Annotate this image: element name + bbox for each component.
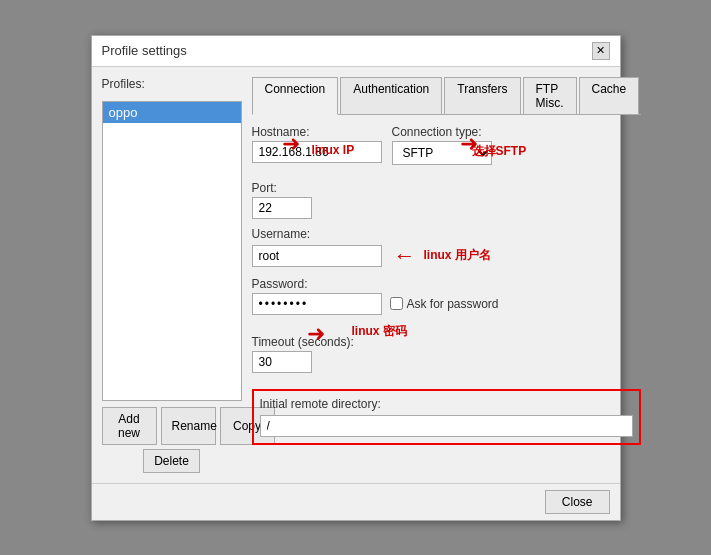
password-row: Ask for password: [252, 293, 642, 315]
username-group: Username: ← linux 用户名: [252, 227, 642, 269]
ask-password-row: Ask for password: [390, 297, 499, 311]
arrow-sftp: ➜: [460, 131, 478, 157]
profiles-label: Profiles:: [102, 77, 242, 91]
ask-password-checkbox[interactable]: [390, 297, 403, 310]
annotation-password: linux 密码: [352, 323, 407, 340]
dialog-footer: Close: [92, 483, 620, 520]
tabs: Connection Authentication Transfers FTP …: [252, 77, 642, 115]
dialog-title: Profile settings: [102, 43, 187, 58]
delete-button[interactable]: Delete: [143, 449, 200, 473]
port-group: Port:: [252, 181, 642, 219]
username-input[interactable]: [252, 245, 382, 267]
profile-item-oppo[interactable]: oppo: [103, 102, 241, 123]
annotation-username: linux 用户名: [424, 247, 491, 264]
password-label: Password:: [252, 277, 642, 291]
username-row: ← linux 用户名: [252, 243, 642, 269]
tab-authentication[interactable]: Authentication: [340, 77, 442, 114]
title-bar: Profile settings ✕: [92, 36, 620, 67]
arrow-linux-ip: ➜: [282, 131, 300, 157]
tab-connection[interactable]: Connection: [252, 77, 339, 115]
main-content: Connection Authentication Transfers FTP …: [252, 77, 642, 473]
sidebar-buttons: Add new Rename Copy Delete: [102, 407, 242, 473]
hostname-label: Hostname:: [252, 125, 382, 139]
sidebar: Profiles: oppo Add new Rename Copy Delet…: [102, 77, 242, 473]
rename-button[interactable]: Rename: [161, 407, 216, 445]
close-icon[interactable]: ✕: [592, 42, 610, 60]
port-label: Port:: [252, 181, 642, 195]
profile-settings-dialog: Profile settings ✕ Profiles: oppo Add ne…: [91, 35, 621, 521]
hostname-conntype-row: Hostname: Connection type: SFTP FTP FTPS: [252, 125, 642, 165]
dialog-body: Profiles: oppo Add new Rename Copy Delet…: [92, 67, 620, 483]
hostname-group: Hostname:: [252, 125, 382, 163]
tab-transfers[interactable]: Transfers: [444, 77, 520, 114]
profile-list[interactable]: oppo: [102, 101, 242, 401]
add-new-button[interactable]: Add new: [102, 407, 157, 445]
password-group: Password: Ask for password: [252, 277, 642, 315]
initial-dir-label: Initial remote directory:: [260, 397, 634, 411]
arrow-username: ←: [394, 243, 416, 269]
timeout-input[interactable]: [252, 351, 312, 373]
close-button[interactable]: Close: [545, 490, 610, 514]
password-input[interactable]: [252, 293, 382, 315]
ask-password-label: Ask for password: [407, 297, 499, 311]
arrow-password: ➜: [307, 321, 325, 347]
tab-cache[interactable]: Cache: [579, 77, 640, 114]
port-input[interactable]: [252, 197, 312, 219]
tab-ftp-misc[interactable]: FTP Misc.: [523, 77, 577, 114]
initial-dir-box: Initial remote directory:: [252, 389, 642, 445]
initial-dir-input[interactable]: [260, 415, 634, 437]
hostname-input[interactable]: [252, 141, 382, 163]
connection-form: Hostname: Connection type: SFTP FTP FTPS: [252, 125, 642, 445]
sidebar-buttons-top-row: Add new Rename Copy: [102, 407, 242, 445]
sidebar-buttons-bottom-row: Delete: [102, 449, 242, 473]
username-label: Username:: [252, 227, 642, 241]
